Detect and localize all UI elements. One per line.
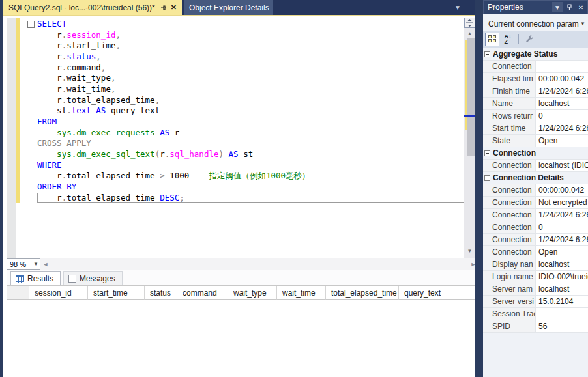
property-category-row[interactable]: Aggregate Status bbox=[483, 48, 588, 61]
property-label[interactable]: Finish time bbox=[483, 85, 536, 98]
column-header-start_time[interactable]: start_time bbox=[88, 286, 145, 300]
code-line: ORDER BY bbox=[37, 182, 473, 193]
property-value[interactable]: 0 bbox=[536, 221, 588, 234]
code-line: r.session_id, bbox=[37, 30, 473, 41]
fold-guide-line bbox=[31, 29, 31, 202]
column-header-wait_type[interactable]: wait_type bbox=[228, 286, 277, 300]
horizontal-scrollbar-track[interactable] bbox=[51, 258, 468, 270]
results-grid-body[interactable] bbox=[7, 300, 478, 376]
category-label: Connection Details bbox=[493, 173, 564, 182]
property-value[interactable] bbox=[536, 61, 588, 73]
property-label[interactable]: Display nan bbox=[483, 258, 536, 271]
property-value[interactable]: 00:00:00.042 bbox=[536, 73, 588, 85]
property-row: Connection0 bbox=[483, 221, 588, 234]
property-row: Server versi15.0.2104 bbox=[483, 296, 588, 308]
property-value[interactable]: localhost bbox=[536, 283, 588, 296]
property-value[interactable]: Open bbox=[536, 246, 588, 258]
property-label[interactable]: Elapsed tim bbox=[483, 73, 536, 85]
pin-icon[interactable] bbox=[160, 5, 167, 11]
property-value[interactable]: 1/24/2024 6:26: bbox=[536, 209, 588, 221]
properties-grid: Aggregate StatusConnectionElapsed tim00:… bbox=[483, 48, 588, 333]
sql-editor[interactable]: - SELECT r.session_id, r.start_time, r.s… bbox=[7, 18, 478, 258]
property-label[interactable]: State bbox=[483, 135, 536, 147]
property-value[interactable]: localhost bbox=[536, 258, 588, 271]
tab-sqlquery2[interactable]: SQLQuery2.sql - loc...-002\trueideal (56… bbox=[3, 0, 182, 15]
property-value[interactable]: 0 bbox=[536, 110, 588, 122]
close-panel-icon[interactable]: ✕ bbox=[576, 2, 586, 12]
split-view-grip-icon[interactable] bbox=[464, 18, 475, 28]
pane-splitter[interactable] bbox=[475, 0, 483, 377]
property-label[interactable]: Session Trac bbox=[483, 308, 536, 320]
collapse-icon[interactable] bbox=[484, 51, 490, 57]
property-category-row[interactable]: Connection Details bbox=[483, 172, 588, 184]
zoom-select[interactable]: 98 % ▼ bbox=[7, 258, 40, 270]
tab-object-explorer-details[interactable]: Object Explorer Details bbox=[184, 0, 273, 15]
properties-object-select[interactable]: Current connection param ▼ bbox=[483, 17, 588, 31]
property-row: Display nanlocalhost bbox=[483, 258, 588, 271]
tab-results[interactable]: Results bbox=[10, 271, 61, 285]
window-position-chevron-icon[interactable]: ▼ bbox=[552, 2, 563, 12]
property-value[interactable] bbox=[536, 308, 588, 320]
close-icon[interactable]: ✕ bbox=[169, 3, 178, 12]
code-text-area[interactable]: - SELECT r.session_id, r.start_time, r.s… bbox=[20, 18, 478, 258]
column-header-query_text[interactable]: query_text bbox=[399, 286, 456, 300]
property-value[interactable]: Not encrypted bbox=[536, 197, 588, 209]
breakpoint-margin[interactable] bbox=[7, 18, 16, 258]
column-header-wait_time[interactable]: wait_time bbox=[277, 286, 326, 300]
property-label[interactable]: Connection bbox=[483, 221, 536, 234]
results-pane: Results Messages session_idstart_timesta… bbox=[7, 270, 478, 377]
results-tab-strip: Results Messages bbox=[7, 270, 478, 285]
tab-messages[interactable]: Messages bbox=[63, 271, 123, 285]
auto-hide-pin-icon[interactable] bbox=[564, 2, 574, 12]
property-category-row[interactable]: Connection bbox=[483, 147, 588, 160]
property-value[interactable]: 56 bbox=[536, 320, 588, 333]
property-label[interactable]: Login name bbox=[483, 271, 536, 283]
document-tab-bar: SQLQuery2.sql - loc...-002\trueideal (56… bbox=[3, 0, 475, 16]
property-value[interactable]: IDIO-002\trueid bbox=[536, 271, 588, 283]
categorized-view-button[interactable] bbox=[485, 33, 499, 46]
column-header-session_id[interactable]: session_id bbox=[29, 286, 88, 300]
tab-list-chevron-icon[interactable]: ▼ bbox=[454, 4, 461, 11]
property-row: Namelocalhost bbox=[483, 98, 588, 110]
property-label[interactable]: Server nam bbox=[483, 283, 536, 296]
property-pages-button[interactable] bbox=[522, 33, 537, 46]
property-label[interactable]: Rows returr bbox=[483, 110, 536, 122]
property-value[interactable]: 00:00:00.042 bbox=[536, 184, 588, 197]
collapse-icon[interactable] bbox=[484, 150, 490, 156]
property-value[interactable]: Open bbox=[536, 135, 588, 147]
row-header-corner[interactable] bbox=[7, 286, 29, 300]
property-label[interactable]: Server versi bbox=[483, 296, 536, 308]
alphabetical-sort-button[interactable]: A↓Z bbox=[501, 33, 515, 46]
property-label[interactable]: Connection bbox=[483, 234, 536, 246]
property-label[interactable]: SPID bbox=[483, 320, 536, 333]
column-header-total_elapsed_time[interactable]: total_elapsed_time bbox=[326, 286, 399, 300]
property-value[interactable]: localhost (IDIO bbox=[536, 160, 588, 172]
property-value[interactable]: 15.0.2104 bbox=[536, 296, 588, 308]
tab-object-explorer-details-label: Object Explorer Details bbox=[189, 3, 269, 12]
code-line: sys.dm_exec_requests AS r bbox=[37, 128, 473, 139]
column-header-status[interactable]: status bbox=[145, 286, 177, 300]
editor-bottom-bar: 98 % ▼ ◄ ► bbox=[7, 258, 478, 270]
scrollbar-thumb[interactable] bbox=[467, 38, 475, 156]
property-label[interactable]: Name bbox=[483, 98, 536, 110]
fold-collapse-icon[interactable]: - bbox=[27, 21, 35, 28]
property-label[interactable]: Start time bbox=[483, 122, 536, 135]
editor-vertical-scrollbar[interactable]: ▲ ▼ bbox=[464, 18, 475, 258]
scroll-down-icon[interactable]: ▼ bbox=[464, 247, 475, 256]
property-label[interactable]: Connection bbox=[483, 61, 536, 73]
column-header-command[interactable]: command bbox=[177, 286, 228, 300]
property-value[interactable]: 1/24/2024 6:26: bbox=[536, 122, 588, 135]
collapse-icon[interactable] bbox=[484, 175, 490, 181]
property-value[interactable]: localhost bbox=[536, 98, 588, 110]
wrench-icon bbox=[525, 35, 534, 44]
property-label[interactable]: Connection bbox=[483, 160, 536, 172]
scroll-up-icon[interactable]: ▲ bbox=[464, 29, 475, 38]
property-label[interactable]: Connection bbox=[483, 209, 536, 221]
zoom-dropdown-icon: ▼ bbox=[33, 261, 38, 267]
property-label[interactable]: Connection bbox=[483, 246, 536, 258]
scroll-left-icon[interactable]: ◄ bbox=[40, 261, 51, 268]
property-label[interactable]: Connection bbox=[483, 197, 536, 209]
property-label[interactable]: Connection bbox=[483, 184, 536, 197]
property-value[interactable]: 1/24/2024 6:26: bbox=[536, 85, 588, 98]
property-value[interactable]: 1/24/2024 6:26: bbox=[536, 234, 588, 246]
